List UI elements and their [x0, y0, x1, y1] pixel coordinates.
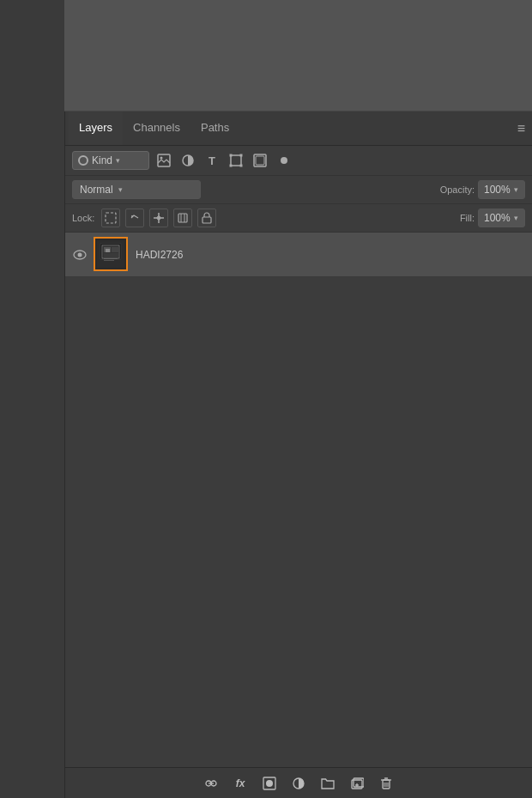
- fill-value-text: 100%: [484, 212, 511, 224]
- kind-dropdown[interactable]: Kind ▾: [72, 151, 149, 170]
- layers-list: HADI2726: [65, 233, 532, 767]
- opacity-label: Opacity:: [440, 184, 475, 195]
- svg-rect-29: [104, 253, 118, 257]
- lock-position-button[interactable]: [149, 209, 168, 227]
- kind-label: Kind: [92, 154, 112, 166]
- fill-chevron-icon: ▾: [514, 214, 518, 222]
- search-icon: [78, 155, 88, 166]
- layer-visibility-button[interactable]: [72, 247, 88, 263]
- filter-adjustment-icon[interactable]: [178, 151, 197, 170]
- opacity-chevron-icon: ▾: [514, 185, 518, 194]
- tab-layers-label: Layers: [79, 121, 112, 134]
- svg-rect-31: [104, 258, 118, 259]
- main-area: Layers Channels Paths ≡ Kind ▾: [64, 0, 532, 798]
- lock-transparent-button[interactable]: [101, 209, 120, 227]
- thumb-inner: [95, 239, 126, 269]
- svg-rect-30: [106, 249, 110, 252]
- svg-rect-32: [104, 260, 114, 261]
- panel-tabs: Layers Channels Paths ≡: [65, 112, 532, 146]
- layer-thumbnail: [94, 238, 127, 270]
- blend-row: Normal ▾ Opacity: 100% ▾: [65, 176, 532, 204]
- svg-rect-4: [230, 154, 233, 157]
- canvas-area: [64, 0, 532, 112]
- svg-point-37: [266, 780, 273, 787]
- fill-label: Fill:: [460, 213, 475, 223]
- thumbnail-svg: [97, 240, 124, 268]
- opacity-section: Opacity: 100% ▾: [440, 180, 525, 199]
- svg-rect-16: [178, 214, 187, 222]
- lock-all-button[interactable]: [197, 209, 216, 227]
- svg-rect-11: [106, 213, 116, 223]
- fx-button[interactable]: fx: [231, 774, 250, 793]
- opacity-input[interactable]: 100% ▾: [478, 180, 525, 199]
- svg-rect-5: [240, 154, 243, 157]
- lock-artboard-button[interactable]: [173, 209, 192, 227]
- svg-rect-9: [256, 156, 264, 165]
- svg-rect-0: [158, 154, 170, 166]
- delete-layer-button[interactable]: [377, 774, 396, 793]
- filter-image-icon[interactable]: [154, 151, 173, 170]
- filter-smart-icon[interactable]: [251, 151, 269, 170]
- tab-channels[interactable]: Channels: [123, 112, 190, 145]
- tab-paths[interactable]: Paths: [190, 112, 239, 145]
- lock-label: Lock:: [72, 213, 94, 223]
- svg-point-21: [78, 252, 82, 257]
- new-layer-button[interactable]: [348, 774, 366, 793]
- opacity-value-text: 100%: [484, 184, 511, 196]
- filter-shape-icon[interactable]: [227, 151, 245, 170]
- filter-row: Kind ▾ T: [65, 146, 532, 176]
- kind-chevron-icon: ▾: [116, 156, 120, 165]
- filter-dot-icon[interactable]: [275, 151, 293, 170]
- svg-rect-3: [231, 155, 241, 166]
- new-group-button[interactable]: [318, 774, 337, 793]
- bottom-toolbar: fx: [65, 767, 532, 798]
- svg-point-1: [160, 157, 163, 160]
- new-adjustment-button[interactable]: [289, 774, 308, 793]
- tab-channels-label: Channels: [133, 121, 180, 134]
- left-sidebar: [0, 0, 64, 798]
- tab-paths-label: Paths: [201, 121, 229, 134]
- fill-input[interactable]: 100% ▾: [478, 209, 525, 227]
- svg-rect-6: [230, 165, 233, 167]
- lock-image-button[interactable]: [125, 209, 144, 227]
- svg-point-10: [281, 157, 287, 164]
- tab-layers[interactable]: Layers: [69, 112, 123, 145]
- svg-point-12: [131, 215, 133, 217]
- lock-row: Lock:: [65, 204, 532, 233]
- layer-name: HADI2726: [136, 249, 525, 261]
- layer-item[interactable]: HADI2726: [65, 233, 532, 277]
- blend-mode-dropdown[interactable]: Normal ▾: [72, 180, 201, 199]
- layer-thumbnail-wrapper: [94, 238, 129, 272]
- panel-container: Layers Channels Paths ≡ Kind ▾: [64, 112, 532, 798]
- filter-text-icon[interactable]: T: [203, 151, 221, 170]
- blend-chevron-icon: ▾: [118, 185, 123, 194]
- panel-menu-icon[interactable]: ≡: [517, 121, 525, 136]
- fill-section: Fill: 100% ▾: [460, 209, 525, 227]
- svg-rect-28: [112, 247, 118, 252]
- svg-rect-19: [203, 217, 211, 223]
- link-mode-button[interactable]: [202, 774, 221, 793]
- svg-rect-7: [240, 165, 243, 167]
- add-mask-button[interactable]: [260, 774, 279, 793]
- blend-mode-value: Normal: [80, 184, 113, 196]
